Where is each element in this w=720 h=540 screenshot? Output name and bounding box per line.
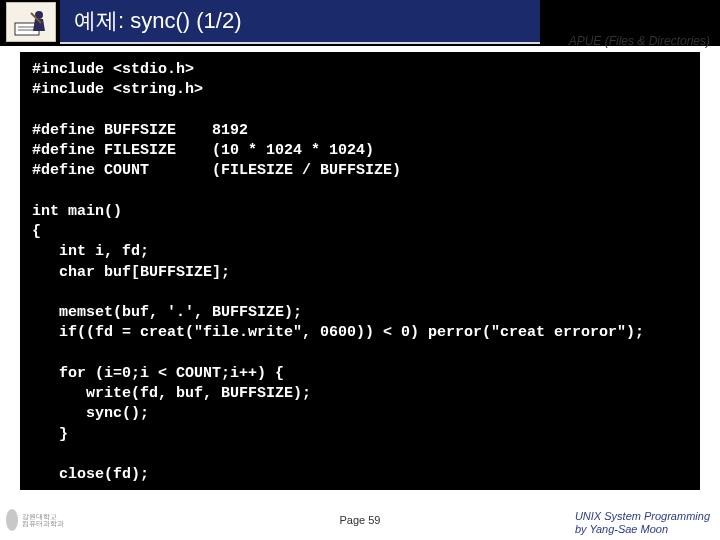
apue-label: APUE (Files & Directories)	[569, 34, 710, 48]
slide-title: 예제: sync() (1/2)	[74, 6, 241, 36]
footer-credits: UNIX System Programming by Yang-Sae Moon	[575, 510, 710, 536]
university-logo: 강원대학교 컴퓨터과학과	[6, 505, 66, 535]
course-author: by Yang-Sae Moon	[575, 523, 710, 536]
title-bar: 예제: sync() (1/2)	[60, 0, 540, 44]
code-text: #include <stdio.h> #include <string.h> #…	[32, 60, 692, 540]
code-block: #include <stdio.h> #include <string.h> #…	[20, 52, 700, 490]
page-number: Page 59	[340, 514, 381, 526]
writer-icon	[6, 2, 56, 42]
header-bar: 예제: sync() (1/2) APUE (Files & Directori…	[0, 0, 720, 46]
logo-text: 강원대학교 컴퓨터과학과	[22, 513, 66, 527]
course-title: UNIX System Programming	[575, 510, 710, 523]
logo-badge-icon	[6, 509, 18, 531]
footer: 강원대학교 컴퓨터과학과 Page 59 UNIX System Program…	[0, 500, 720, 540]
slide: 예제: sync() (1/2) APUE (Files & Directori…	[0, 0, 720, 540]
